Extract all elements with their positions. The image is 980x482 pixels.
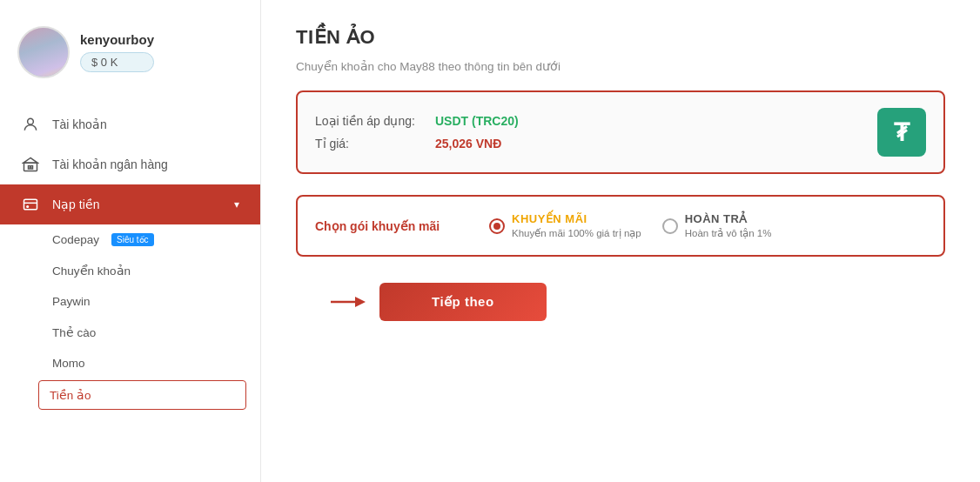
svg-point-5 bbox=[27, 206, 29, 208]
sidebar-item-label: Tài khoản ngân hàng bbox=[52, 157, 168, 171]
info-rows: Loại tiền áp dụng: USDT (TRC20) Tỉ giá: … bbox=[315, 114, 860, 151]
next-button[interactable]: Tiếp theo bbox=[379, 283, 547, 321]
promo-option-hoan-tra[interactable]: HOÀN TRẢ Hoàn trả vô tận 1% bbox=[662, 212, 772, 239]
loai-tien-value: USDT (TRC20) bbox=[435, 114, 519, 128]
info-card: Loại tiền áp dụng: USDT (TRC20) Tỉ giá: … bbox=[296, 90, 945, 174]
promo-desc-khuyen-mai: Khuyến mãi 100% giá trị nạp bbox=[512, 227, 641, 239]
promo-desc-hoan-tra: Hoàn trả vô tận 1% bbox=[685, 227, 772, 239]
sub-nav-label: Chuyển khoản bbox=[52, 264, 131, 278]
svg-rect-2 bbox=[29, 166, 30, 169]
deposit-icon bbox=[21, 195, 40, 214]
sub-nav-item-chuyen-khoan[interactable]: Chuyển khoản bbox=[0, 255, 260, 286]
svg-point-0 bbox=[28, 118, 34, 124]
sub-nav: Codepay Siêu tốc Chuyển khoản Paywin Thẻ… bbox=[0, 224, 260, 410]
bank-icon bbox=[21, 155, 40, 174]
loai-tien-label: Loại tiền áp dụng: bbox=[315, 114, 428, 128]
sidebar-item-ngan-hang[interactable]: Tài khoản ngân hàng bbox=[0, 144, 260, 184]
page-subtitle: Chuyển khoản cho May88 theo thông tin bê… bbox=[296, 59, 945, 73]
sidebar-item-label: Tài khoản bbox=[52, 117, 107, 131]
user-profile: kenyourboy $ 0 K bbox=[0, 17, 260, 96]
person-icon bbox=[21, 115, 40, 134]
radio-inner bbox=[493, 223, 500, 230]
promo-text-khuyen-mai: KHUYẾN MÃI Khuyến mãi 100% giá trị nạp bbox=[512, 212, 641, 239]
promo-name-khuyen-mai: KHUYẾN MÃI bbox=[512, 212, 641, 225]
loai-tien-row: Loại tiền áp dụng: USDT (TRC20) bbox=[315, 114, 860, 128]
sieutoc-badge: Siêu tốc bbox=[111, 233, 154, 246]
sub-nav-label: Paywin bbox=[52, 295, 91, 308]
username: kenyourboy bbox=[80, 32, 154, 47]
arrow-right-icon bbox=[331, 293, 366, 311]
ti-gia-label: Tỉ giá: bbox=[315, 137, 428, 151]
action-row: Tiếp theo bbox=[296, 283, 945, 321]
promo-text-hoan-tra: HOÀN TRẢ Hoàn trả vô tận 1% bbox=[685, 212, 772, 239]
sidebar-item-nap-tien[interactable]: Nạp tiền ▾ bbox=[0, 184, 260, 224]
sub-nav-label: Codepay bbox=[52, 233, 99, 246]
user-info: kenyourboy $ 0 K bbox=[80, 32, 154, 72]
sidebar-item-tai-khoan[interactable]: Tài khoản bbox=[0, 104, 260, 144]
svg-marker-7 bbox=[355, 297, 366, 307]
sub-nav-item-the-cao[interactable]: Thẻ cào bbox=[0, 317, 260, 348]
ti-gia-value: 25,026 VNĐ bbox=[435, 137, 501, 151]
promo-option-khuyen-mai[interactable]: KHUYẾN MÃI Khuyến mãi 100% giá trị nạp bbox=[489, 212, 641, 239]
page-title: TIỀN ẢO bbox=[296, 26, 945, 49]
sub-nav-item-codepay[interactable]: Codepay Siêu tốc bbox=[0, 224, 260, 255]
sub-nav-label: Tiền ảo bbox=[50, 388, 91, 402]
promo-label: Chọn gói khuyến mãi bbox=[315, 219, 472, 233]
radio-khuyen-mai[interactable] bbox=[489, 218, 505, 234]
sidebar-nav: Tài khoản Tài khoản ngân hàng bbox=[0, 104, 260, 410]
promo-name-hoan-tra: HOÀN TRẢ bbox=[685, 212, 772, 225]
svg-rect-3 bbox=[31, 166, 33, 169]
ti-gia-row: Tỉ giá: 25,026 VNĐ bbox=[315, 137, 860, 151]
promo-options: KHUYẾN MÃI Khuyến mãi 100% giá trị nạp H… bbox=[489, 212, 926, 239]
promo-section: Chọn gói khuyến mãi KHUYẾN MÃI Khuyến mã… bbox=[296, 195, 945, 257]
sidebar-item-label: Nạp tiền bbox=[52, 197, 100, 211]
avatar bbox=[17, 26, 70, 78]
balance-badge: $ 0 K bbox=[80, 52, 154, 72]
svg-rect-1 bbox=[24, 163, 37, 171]
main-content: TIỀN ẢO Chuyển khoản cho May88 theo thôn… bbox=[261, 0, 980, 482]
sidebar: kenyourboy $ 0 K Tài khoản bbox=[0, 0, 261, 482]
sub-nav-label: Thẻ cào bbox=[52, 325, 96, 339]
chevron-down-icon: ▾ bbox=[234, 198, 239, 211]
sub-nav-label: Momo bbox=[52, 357, 85, 370]
sub-nav-item-tien-ao[interactable]: Tiền ảo bbox=[38, 380, 246, 410]
svg-rect-4 bbox=[24, 199, 37, 210]
sub-nav-item-paywin[interactable]: Paywin bbox=[0, 286, 260, 317]
tether-icon: ₮ bbox=[877, 108, 926, 157]
sub-nav-item-momo[interactable]: Momo bbox=[0, 348, 260, 378]
radio-hoan-tra[interactable] bbox=[662, 218, 678, 234]
